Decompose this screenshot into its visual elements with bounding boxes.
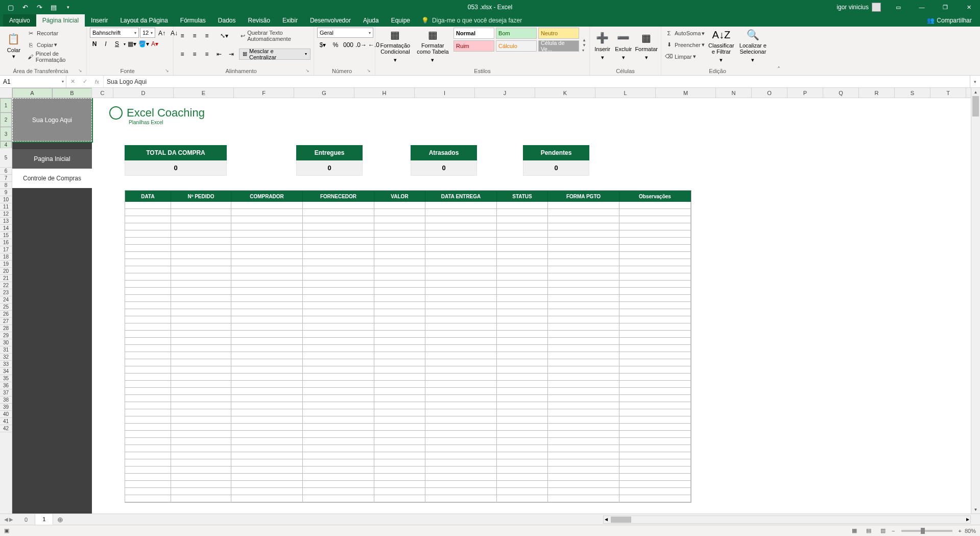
table-cell[interactable] xyxy=(425,309,497,316)
table-cell[interactable] xyxy=(425,467,497,474)
table-cell[interactable] xyxy=(374,273,425,281)
number-format-select[interactable]: Geral▾ xyxy=(317,28,373,38)
table-cell[interactable] xyxy=(425,245,497,252)
font-name-select[interactable]: Bahnschrift▾ xyxy=(90,28,139,38)
table-cell[interactable] xyxy=(548,431,619,438)
table-cell[interactable] xyxy=(231,281,303,288)
table-cell[interactable] xyxy=(231,431,303,438)
bold-button[interactable]: N xyxy=(90,40,99,48)
row-header[interactable]: 25 xyxy=(0,304,12,311)
table-cell[interactable] xyxy=(231,230,303,238)
table-cell[interactable] xyxy=(497,238,548,245)
align-bottom-button[interactable]: ≡ xyxy=(201,30,212,41)
table-cell[interactable] xyxy=(303,438,374,445)
table-cell[interactable] xyxy=(125,381,171,388)
table-cell[interactable] xyxy=(171,445,231,452)
table-cell[interactable] xyxy=(374,223,425,230)
table-cell[interactable] xyxy=(497,395,548,402)
table-cell[interactable] xyxy=(231,359,303,366)
table-cell[interactable] xyxy=(497,409,548,416)
dialog-launcher-icon[interactable]: ↘ xyxy=(367,68,371,73)
table-cell[interactable] xyxy=(497,381,548,388)
table-cell[interactable] xyxy=(497,209,548,216)
row-header[interactable]: 15 xyxy=(0,232,12,239)
table-cell[interactable] xyxy=(374,266,425,273)
table-cell[interactable] xyxy=(619,424,691,431)
col-header[interactable]: H xyxy=(354,88,415,98)
table-cell[interactable] xyxy=(231,273,303,281)
table-cell[interactable] xyxy=(374,459,425,467)
cells-canvas[interactable]: Sua Logo Aqui Pagina Inicial Controle de… xyxy=(12,98,971,514)
row-header[interactable]: 18 xyxy=(0,253,12,261)
table-cell[interactable] xyxy=(619,281,691,288)
scrollbar-thumb[interactable] xyxy=(972,96,979,116)
table-cell[interactable] xyxy=(303,459,374,467)
table-cell[interactable] xyxy=(231,216,303,223)
col-header[interactable]: J xyxy=(475,88,535,98)
underline-button[interactable]: S xyxy=(112,40,122,48)
cancel-formula-button[interactable]: ✕ xyxy=(66,78,79,85)
table-cell[interactable] xyxy=(374,302,425,309)
table-cell[interactable] xyxy=(425,366,497,374)
table-cell[interactable] xyxy=(548,495,619,502)
normal-view-button[interactable]: ▦ xyxy=(849,526,860,535)
col-header[interactable]: R xyxy=(859,88,895,98)
row-header[interactable]: 30 xyxy=(0,339,12,346)
table-cell[interactable] xyxy=(125,245,171,252)
table-cell[interactable] xyxy=(171,309,231,316)
table-header-cell[interactable]: VALOR xyxy=(374,191,425,202)
table-cell[interactable] xyxy=(231,302,303,309)
table-cell[interactable] xyxy=(303,481,374,488)
table-cell[interactable] xyxy=(619,331,691,338)
table-cell[interactable] xyxy=(619,316,691,323)
minimize-button[interactable]: — xyxy=(911,0,933,14)
table-cell[interactable] xyxy=(374,216,425,223)
sort-filter-button[interactable]: A↓ZClassificar e Filtrar▾ xyxy=(707,28,735,62)
table-cell[interactable] xyxy=(231,338,303,345)
zoom-out-button[interactable]: − xyxy=(892,528,895,534)
table-header-cell[interactable]: DATA xyxy=(125,191,171,202)
table-cell[interactable] xyxy=(425,266,497,273)
table-cell[interactable] xyxy=(619,488,691,495)
autosum-button[interactable]: ΣAutoSoma ▾ xyxy=(664,28,705,39)
close-button[interactable]: ✕ xyxy=(958,0,980,14)
table-cell[interactable] xyxy=(374,452,425,459)
zoom-thumb[interactable] xyxy=(921,528,925,534)
table-cell[interactable] xyxy=(374,366,425,374)
table-cell[interactable] xyxy=(374,467,425,474)
table-cell[interactable] xyxy=(425,238,497,245)
table-cell[interactable] xyxy=(497,467,548,474)
align-right-button[interactable]: ≡ xyxy=(201,49,212,60)
tab-fórmulas[interactable]: Fórmulas xyxy=(174,14,212,27)
table-cell[interactable] xyxy=(374,338,425,345)
table-cell[interactable] xyxy=(231,238,303,245)
row-header[interactable]: 29 xyxy=(0,332,12,339)
row-header[interactable]: 17 xyxy=(0,246,12,253)
row-headers[interactable]: 1234567891011121314151617181920212223242… xyxy=(0,98,12,514)
table-cell[interactable] xyxy=(619,252,691,259)
table-cell[interactable] xyxy=(497,252,548,259)
table-cell[interactable] xyxy=(425,459,497,467)
table-cell[interactable] xyxy=(619,309,691,316)
table-row[interactable] xyxy=(125,381,691,388)
zoom-in-button[interactable]: + xyxy=(959,528,962,534)
col-header[interactable]: L xyxy=(595,88,656,98)
table-row[interactable] xyxy=(125,424,691,431)
comma-button[interactable]: 000 xyxy=(343,39,354,51)
table-cell[interactable] xyxy=(619,230,691,238)
table-cell[interactable] xyxy=(374,331,425,338)
table-cell[interactable] xyxy=(425,216,497,223)
table-cell[interactable] xyxy=(374,352,425,359)
table-header-cell[interactable]: STATUS xyxy=(497,191,548,202)
table-cell[interactable] xyxy=(619,474,691,481)
table-cell[interactable] xyxy=(619,395,691,402)
outdent-button[interactable]: ⇤ xyxy=(213,49,225,60)
tab-página-inicial[interactable]: Página Inicial xyxy=(36,14,85,27)
table-row[interactable] xyxy=(125,309,691,316)
table-cell[interactable] xyxy=(171,230,231,238)
borders-button[interactable]: ▦▾ xyxy=(128,40,136,48)
table-cell[interactable] xyxy=(374,416,425,424)
col-header[interactable]: O xyxy=(752,88,787,98)
table-cell[interactable] xyxy=(125,223,171,230)
table-cell[interactable] xyxy=(497,352,548,359)
